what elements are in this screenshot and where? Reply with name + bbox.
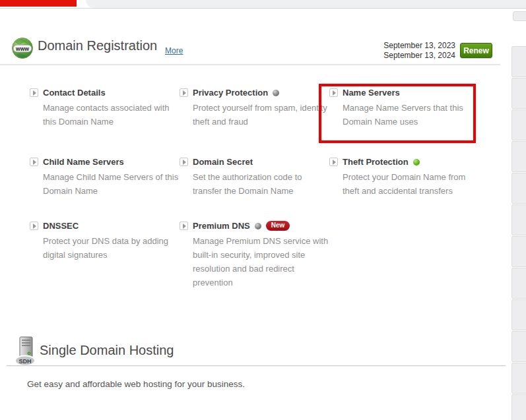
arrow-right-icon — [180, 222, 188, 230]
expiry-date: September 13, 2024 — [383, 51, 455, 61]
feature-description: Protect your DNS data by adding digital … — [43, 234, 180, 262]
feature-description: Protect yourself from spam, identity the… — [193, 101, 330, 129]
feature-item[interactable]: Contact Details Manage contacts associat… — [30, 84, 180, 153]
feature-title-row: DNSSEC — [43, 221, 180, 231]
page: www Domain Registration More September 1… — [0, 0, 526, 420]
more-link[interactable]: More — [165, 46, 183, 55]
globe-www-icon: www — [11, 37, 34, 59]
header-divider — [0, 64, 500, 65]
arrow-right-icon — [30, 222, 38, 230]
new-badge: New — [266, 221, 290, 231]
feature-description: Manage contacts associated with this Dom… — [43, 101, 180, 129]
rail-box[interactable] — [511, 46, 526, 77]
feature-body: Child Name Servers Manage Child Name Ser… — [43, 157, 180, 198]
top-red-bar — [0, 0, 77, 7]
feature-title-row: Contact Details — [43, 88, 180, 98]
feature-title-row: Name Servers — [343, 88, 480, 98]
feature-title[interactable]: Premium DNS — [193, 221, 250, 231]
rail-box[interactable] — [511, 78, 526, 109]
server-sdh-icon: SDH — [14, 336, 38, 367]
arrow-right-icon — [30, 88, 38, 97]
sdh-badge-label: SDH — [18, 358, 31, 365]
feature-title[interactable]: Contact Details — [43, 88, 106, 98]
feature-title[interactable]: DNSSEC — [43, 221, 79, 231]
feature-title[interactable]: Name Servers — [343, 88, 400, 98]
feature-body: DNSSEC Protect your DNS data by adding d… — [43, 221, 180, 262]
arrow-right-icon — [180, 88, 188, 97]
feature-body: Name Servers Manage Name Servers that th… — [343, 88, 480, 129]
feature-item[interactable]: DNSSEC Protect your DNS data by adding d… — [30, 217, 180, 289]
rail-box[interactable] — [511, 299, 526, 330]
hosting-title: Single Domain Hosting — [40, 343, 174, 358]
feature-title[interactable]: Theft Protection — [343, 157, 409, 167]
feature-title[interactable]: Privacy Protection — [193, 88, 268, 98]
arrow-right-icon — [329, 88, 338, 97]
right-rail — [511, 46, 526, 420]
top-panel-edge — [86, 0, 526, 8]
feature-title[interactable]: Domain Secret — [193, 157, 253, 167]
rail-box[interactable] — [511, 141, 526, 172]
feature-item[interactable]: Child Name Servers Manage Child Name Ser… — [30, 153, 180, 217]
feature-description: Set the authorization code to transfer t… — [193, 170, 330, 198]
hosting-description: Get easy and affordable web hosting for … — [27, 379, 245, 389]
rail-box[interactable] — [511, 109, 526, 140]
feature-item[interactable]: Premium DNS New Manage Premium DNS servi… — [180, 217, 329, 289]
top-divider — [0, 8, 526, 9]
feature-item[interactable]: Theft Protection Protect your Domain Nam… — [329, 153, 479, 217]
feature-title-row: Theft Protection — [343, 157, 480, 167]
feature-body: Theft Protection Protect your Domain Nam… — [343, 157, 480, 198]
hosting-divider — [7, 365, 506, 366]
feature-body: Contact Details Manage contacts associat… — [43, 88, 180, 129]
feature-description: Manage Child Name Servers of this Domain… — [43, 170, 180, 198]
feature-item[interactable]: Name Servers Manage Name Servers that th… — [329, 84, 479, 153]
status-dot-green-icon — [413, 159, 420, 165]
feature-description: Manage Name Servers that this Domain Nam… — [343, 101, 480, 129]
feature-title-row: Privacy Protection — [193, 88, 330, 98]
rail-box[interactable] — [511, 331, 526, 362]
feature-body: Privacy Protection Protect yourself from… — [193, 88, 330, 129]
feature-item[interactable]: Domain Secret Set the authorization code… — [180, 153, 329, 217]
status-dot-gray-icon — [273, 90, 279, 96]
feature-body: Premium DNS New Manage Premium DNS servi… — [193, 221, 330, 289]
page-title: Domain Registration — [38, 38, 157, 53]
rail-box[interactable] — [511, 363, 526, 394]
globe-www-label: www — [15, 45, 29, 52]
feature-item[interactable]: Privacy Protection Protect yourself from… — [180, 84, 329, 153]
arrow-right-icon — [30, 158, 38, 166]
arrow-right-icon — [329, 158, 338, 166]
feature-title-row: Premium DNS New — [193, 221, 330, 231]
rail-box[interactable] — [511, 394, 526, 420]
renew-button[interactable]: Renew — [460, 43, 492, 58]
rail-box[interactable] — [511, 236, 526, 267]
feature-description: Protect your Domain Name from theft and … — [343, 170, 480, 198]
feature-description: Manage Premium DNS service with built-in… — [193, 234, 330, 289]
feature-title-row: Child Name Servers — [43, 157, 180, 167]
right-panel-tab[interactable] — [513, 11, 526, 21]
feature-body: Domain Secret Set the authorization code… — [193, 157, 330, 198]
rail-box[interactable] — [511, 204, 526, 235]
features-grid: Contact Details Manage contacts associat… — [30, 84, 479, 289]
feature-title[interactable]: Child Name Servers — [43, 157, 124, 167]
status-dot-gray-icon — [255, 223, 261, 229]
rail-box[interactable] — [511, 268, 526, 299]
domain-dates: September 13, 2023 September 13, 2024 — [383, 41, 455, 61]
registration-date: September 13, 2023 — [383, 41, 455, 51]
feature-title-row: Domain Secret — [193, 157, 330, 167]
arrow-right-icon — [180, 158, 188, 166]
rail-box[interactable] — [511, 173, 526, 204]
